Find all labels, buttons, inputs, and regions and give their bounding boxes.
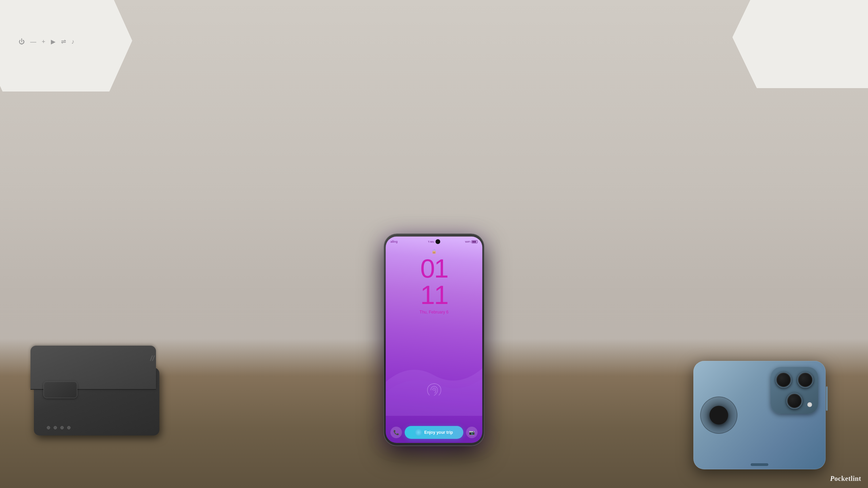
power-bank-device: // [31,346,163,435]
clock-hour: 01 [386,255,482,282]
magsafe-inner-puck [710,406,728,425]
pocketlint-watermark: Pocketlint [830,475,861,483]
battery-indicator [472,240,478,243]
trip-icon [415,429,422,436]
wifi-icon: WiFi [465,240,471,243]
phone-screen: alling T-Mo WiFi 🔒 01 11 Thu, Februar [386,237,482,443]
screen-wave-decoration [386,341,482,416]
phone-call-button[interactable]: 📞 [391,427,402,438]
iphone-bottom-port [751,463,768,466]
brand-rest: ocketlint [834,475,861,482]
pb-button-area [43,381,77,398]
clock-minute: 11 [386,282,482,308]
watermark-text: Pocketlint [830,475,861,482]
pb-logo: // [150,354,154,363]
camera-flash [807,402,812,407]
clock-display: 01 11 Thu, February 6 [386,255,482,314]
fingerprint-icon [426,382,442,399]
iphone-camera-module [771,367,818,414]
phone-icon: 📞 [393,430,399,435]
camera-dot [435,239,440,244]
svg-point-0 [433,389,435,391]
lock-icon: 🔒 [431,249,437,254]
status-bar: alling T-Mo WiFi [386,237,482,247]
enjoy-trip-button[interactable]: Enjoy your trip [405,426,463,439]
camera-button[interactable]: 📷 [466,427,478,438]
smartphone: alling T-Mo WiFi 🔒 01 11 Thu, Februar [384,234,484,446]
lens-top-right [797,372,813,388]
camera-notch: T-Mo [428,239,440,244]
iphone-side-button[interactable] [826,386,828,411]
iphone-device [693,361,826,469]
fingerprint-scanner[interactable] [426,382,442,399]
power-bank-body: // [31,346,163,435]
lens-top-left [775,372,792,388]
status-left-text: alling [391,240,398,243]
enjoy-trip-label: Enjoy your trip [424,430,453,435]
status-icons: WiFi [465,240,478,243]
brand-p-italic: P [830,475,834,482]
carrier-text: T-Mo [428,240,434,243]
pb-led-dots [47,426,71,429]
magsafe-mount [700,396,737,434]
lens-bottom-center [786,393,803,409]
lockscreen-bottom-bar: 📞 Enjoy your trip 📷 [386,426,482,439]
camera-icon: 📷 [469,430,475,435]
clock-date: Thu, February 6 [386,310,482,314]
